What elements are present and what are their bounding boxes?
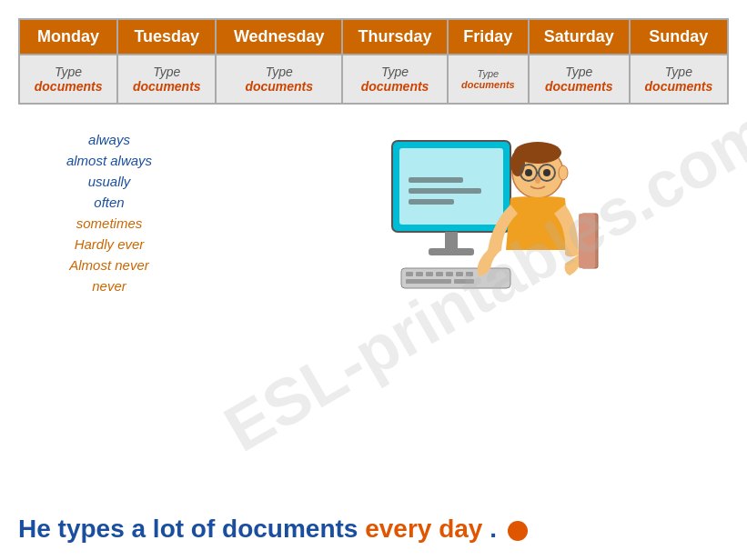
svg-point-23 <box>525 169 532 176</box>
svg-rect-12 <box>446 272 453 276</box>
svg-rect-6 <box>429 248 474 255</box>
frequency-item: usually <box>18 174 200 189</box>
table-header-cell: Monday <box>19 19 117 55</box>
table-header-row: MondayTuesdayWednesdayThursdayFridaySatu… <box>19 19 728 55</box>
frequency-item: sometimes <box>18 215 200 231</box>
table-header-cell: Tuesday <box>117 19 216 55</box>
sentence-part1: He types a lot of documents <box>18 515 358 543</box>
table-header-cell: Thursday <box>342 19 448 55</box>
svg-point-19 <box>510 151 525 176</box>
sentence-part2: every day <box>365 515 482 543</box>
main-container: ESL-printables.com MondayTuesdayWednesda… <box>0 0 747 560</box>
svg-rect-3 <box>409 188 481 194</box>
frequency-item: never <box>18 278 200 294</box>
svg-rect-15 <box>406 279 451 284</box>
person-computer-image <box>347 123 601 323</box>
svg-rect-4 <box>409 199 454 205</box>
schedule-table: MondayTuesdayWednesdayThursdayFridaySatu… <box>18 18 729 105</box>
svg-rect-16 <box>454 279 474 284</box>
table-data-cell: Typedocuments <box>19 55 117 104</box>
illustration <box>218 123 729 323</box>
svg-rect-13 <box>456 272 463 276</box>
table-header-cell: Wednesday <box>216 19 342 55</box>
frequency-item: almost always <box>18 153 200 168</box>
table-header-cell: Saturday <box>529 19 630 55</box>
svg-point-26 <box>559 165 568 180</box>
table-data-cell: Typedocuments <box>448 55 529 104</box>
table-data-cell: Typedocuments <box>342 55 448 104</box>
frequency-item: Almost never <box>18 257 200 273</box>
svg-rect-10 <box>426 272 433 276</box>
table-header-cell: Sunday <box>630 19 728 55</box>
frequency-item: often <box>18 195 200 210</box>
table-data-cell: Typedocuments <box>117 55 216 104</box>
bottom-section: alwaysalmost alwaysusuallyoftensometimes… <box>18 123 729 323</box>
svg-rect-8 <box>406 272 413 276</box>
svg-rect-1 <box>399 148 503 225</box>
svg-point-24 <box>543 169 550 176</box>
table-data-cell: Typedocuments <box>630 55 728 104</box>
table-data-cell: Typedocuments <box>216 55 342 104</box>
sentence-area: He types a lot of documents every day . <box>18 515 729 544</box>
frequency-list: alwaysalmost alwaysusuallyoftensometimes… <box>18 132 200 299</box>
table-header-cell: Friday <box>448 19 529 55</box>
orange-dot <box>508 521 528 541</box>
svg-rect-5 <box>445 232 458 250</box>
svg-rect-28 <box>579 214 595 268</box>
sentence-punct: . <box>490 515 497 543</box>
table-data-row: TypedocumentsTypedocumentsTypedocumentsT… <box>19 55 728 104</box>
frequency-item: always <box>18 132 200 147</box>
table-data-cell: Typedocuments <box>529 55 630 104</box>
svg-rect-11 <box>436 272 443 276</box>
svg-rect-7 <box>401 268 510 288</box>
svg-rect-9 <box>416 272 423 276</box>
svg-point-25 <box>535 176 540 184</box>
frequency-item: Hardly ever <box>18 236 200 252</box>
svg-rect-14 <box>466 272 473 276</box>
svg-rect-2 <box>409 177 463 183</box>
